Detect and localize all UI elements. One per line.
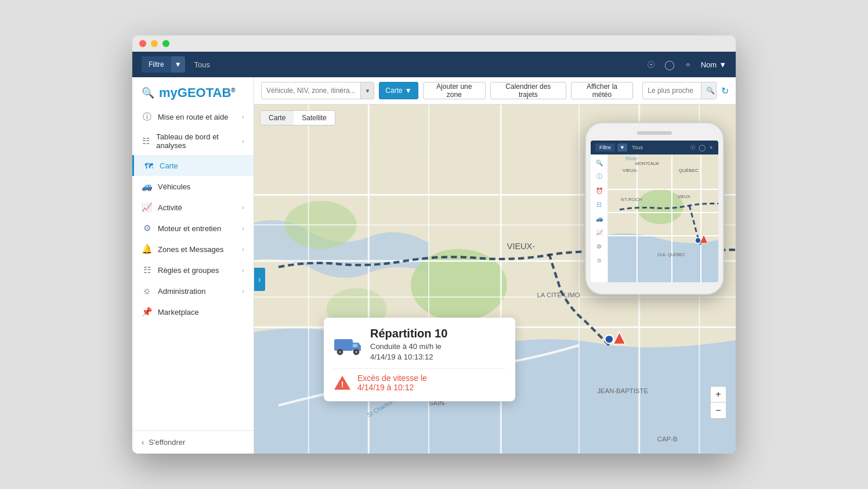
filter-button[interactable]: Filtre <box>142 56 171 73</box>
zone-icon: 🔔 <box>142 244 152 254</box>
carte-dropdown-icon: ▼ <box>405 87 412 95</box>
notification-icon[interactable]: ◯ <box>664 59 675 70</box>
sidebar-item-activite[interactable]: 📈 Activité › <box>132 197 254 218</box>
sidebar-item-zones[interactable]: 🔔 Zones et Messages › <box>132 239 254 260</box>
close-dot[interactable] <box>139 40 146 47</box>
vehicle-search-input[interactable] <box>262 87 360 95</box>
collapse-label: S'effondrer <box>149 438 185 447</box>
svg-rect-42 <box>334 339 353 351</box>
phone-recent-icon: ⏰ <box>595 186 604 195</box>
sidebar: 🔍 myGEOTAB® ⓘ Mise en route et aide › ☷ <box>132 77 254 454</box>
app-body: Filtre ▼ Tous ☉ ◯ ⚬ Nom ▼ 🔍 <box>132 52 736 454</box>
phone-map: 🔍 ⓘ ⏰ ☷ 🚙 📈 ⚙ ⛭ <box>591 154 718 282</box>
chevron-right-icon-2: › <box>242 138 244 145</box>
sidebar-item-mise-en-route-label: Mise en route et aide <box>158 113 228 121</box>
chevron-right-icon-3: › <box>242 204 244 211</box>
maximize-dot[interactable] <box>162 40 169 47</box>
weather-button[interactable]: Afficher la météo <box>571 82 634 99</box>
sidebar-item-regles[interactable]: ☷ Règles et groupes › <box>132 260 254 281</box>
svg-text:VIEUX-: VIEUX- <box>623 168 638 173</box>
warning-triangle-svg: ! <box>333 373 352 392</box>
truck-svg <box>333 333 363 355</box>
logo-trademark: ® <box>231 87 235 94</box>
sidebar-item-administration[interactable]: ⛭ Administration › <box>132 281 254 301</box>
map-toggle-group: Carte Satellite <box>260 110 335 125</box>
chevron-right-icon-7: › <box>242 287 244 294</box>
search-icon[interactable]: 🔍 <box>142 87 154 99</box>
svg-text:OLE- QUÉBEC: OLE- QUÉBEC <box>657 252 685 257</box>
svg-text:QUÉBEC: QUÉBEC <box>679 168 699 173</box>
sidebar-item-carte-label: Carte <box>160 161 178 170</box>
filter-dropdown-button[interactable]: ▼ <box>171 56 185 73</box>
chevron-left-icon: ‹ <box>142 438 144 447</box>
sidebar-navigation: ⓘ Mise en route et aide › ☷ Tableau de b… <box>132 106 254 430</box>
sidebar-item-moteur-label: Moteur et entretien <box>158 224 221 233</box>
collapse-button[interactable]: ‹ S'effondrer <box>142 438 244 447</box>
vehicle-search-input-group[interactable]: ▼ <box>261 82 374 99</box>
refresh-button[interactable]: ↻ <box>721 85 729 96</box>
vehicle-dropdown-arrow[interactable]: ▼ <box>360 82 374 99</box>
sidebar-footer: ‹ S'effondrer <box>132 430 254 454</box>
sidebar-item-mise-en-route[interactable]: ⓘ Mise en route et aide › <box>132 106 254 127</box>
phone-map-svg: VIEUX- -MONTCALM VIEUX- QUÉBEC NT-ROCH O… <box>608 154 718 282</box>
zoom-controls: + − <box>710 386 726 419</box>
nearest-search-group[interactable]: 🔍 <box>642 82 717 99</box>
phone-tous-label: Tous <box>632 145 643 150</box>
phone-sidebar: 🔍 ⓘ ⏰ ☷ 🚙 📈 ⚙ ⛭ <box>591 154 608 282</box>
svg-text:VIEUX-: VIEUX- <box>507 242 536 251</box>
svg-point-44 <box>339 351 342 354</box>
phone-mockup: Filtre ▼ Tous ☉ ◯ ⚬ <box>585 122 724 295</box>
nearest-search-icon[interactable]: 🔍 <box>701 82 717 99</box>
carte-toggle-button[interactable]: Carte <box>261 111 294 125</box>
popup-alert-text: Excès de vitesse le 4/14/19 à 10:12 <box>357 373 427 392</box>
activity-icon: 📈 <box>142 202 152 213</box>
zoom-in-button[interactable]: + <box>710 386 726 402</box>
sidebar-item-moteur[interactable]: ⚙ Moteur et entretien › <box>132 218 254 239</box>
phone-notification-icon: ◯ <box>699 144 706 152</box>
chevron-right-icon: › <box>242 113 244 120</box>
user-menu[interactable]: Nom ▼ <box>701 60 726 69</box>
sidebar-expand-arrow[interactable]: › <box>254 268 265 291</box>
map-icon: 🗺 <box>143 160 154 171</box>
alert-warning-icon: ! <box>333 373 352 392</box>
main-area: 🔍 myGEOTAB® ⓘ Mise en route et aide › ☷ <box>132 77 736 454</box>
phone-filter-arrow[interactable]: ▼ <box>617 143 627 152</box>
add-zone-button[interactable]: Ajouter une zone <box>423 82 486 99</box>
popup-alert-section: ! Excès de vitesse le 4/14/19 à 10:12 <box>333 368 506 392</box>
minimize-dot[interactable] <box>151 40 158 47</box>
popup-header: Répartition 10 Conduite à 40 mi/h le 4/1… <box>333 327 506 362</box>
admin-icon: ⛭ <box>142 286 152 296</box>
sidebar-item-tableau-de-bord[interactable]: ☷ Tableau de bord et analyses › <box>132 127 254 155</box>
chevron-right-icon-5: › <box>242 246 244 253</box>
calendar-button[interactable]: Calendrier des trajets <box>490 82 566 99</box>
nearest-search-input[interactable] <box>643 87 701 95</box>
phone-map-nav-icon: ☷ <box>595 200 604 209</box>
vehicle-icon: 🚙 <box>142 181 152 192</box>
svg-point-46 <box>355 351 358 354</box>
phone-vehicle-nav-icon: 🚙 <box>595 214 604 223</box>
logo-geotab: GEOTAB <box>178 85 231 100</box>
carte-button[interactable]: Carte ▼ <box>379 82 418 99</box>
phone-search-icon: 🔍 <box>595 158 604 167</box>
chevron-right-icon-6: › <box>242 267 244 274</box>
user-icon[interactable]: ⚬ <box>684 59 692 70</box>
zoom-out-button[interactable]: − <box>710 402 726 419</box>
svg-text:JEAN-BAPTISTE: JEAN-BAPTISTE <box>597 387 648 394</box>
marketplace-icon: 📌 <box>142 307 152 317</box>
map-toolbar: ▼ Carte ▼ Ajouter une zone Calendrier de… <box>254 77 736 105</box>
help-icon[interactable]: ☉ <box>647 59 655 70</box>
sidebar-item-marketplace[interactable]: 📌 Marketplace <box>132 301 254 322</box>
svg-text:CAP-B: CAP-B <box>657 436 678 443</box>
engine-icon: ⚙ <box>142 223 152 233</box>
top-navbar: Filtre ▼ Tous ☉ ◯ ⚬ Nom ▼ <box>132 52 736 77</box>
sidebar-item-tableau-label: Tableau de bord et analyses <box>156 132 236 150</box>
satellite-toggle-button[interactable]: Satellite <box>294 111 335 125</box>
content-area: ▼ Carte ▼ Ajouter une zone Calendrier de… <box>254 77 736 454</box>
svg-text:NT-ROCH: NT-ROCH <box>621 197 642 202</box>
map-container[interactable]: VIEUX- LA CITÉ-LIMO SAIN- JEAN-BAPTISTE … <box>254 105 736 454</box>
sidebar-item-vehicules[interactable]: 🚙 Véhicules <box>132 176 254 197</box>
phone-filter-button[interactable]: Filtre <box>595 143 615 152</box>
phone-engine-nav-icon: ⚙ <box>595 242 604 251</box>
sidebar-item-carte[interactable]: 🗺 Carte <box>132 155 254 176</box>
phone-icons: ☉ ◯ ⚬ <box>690 144 714 152</box>
